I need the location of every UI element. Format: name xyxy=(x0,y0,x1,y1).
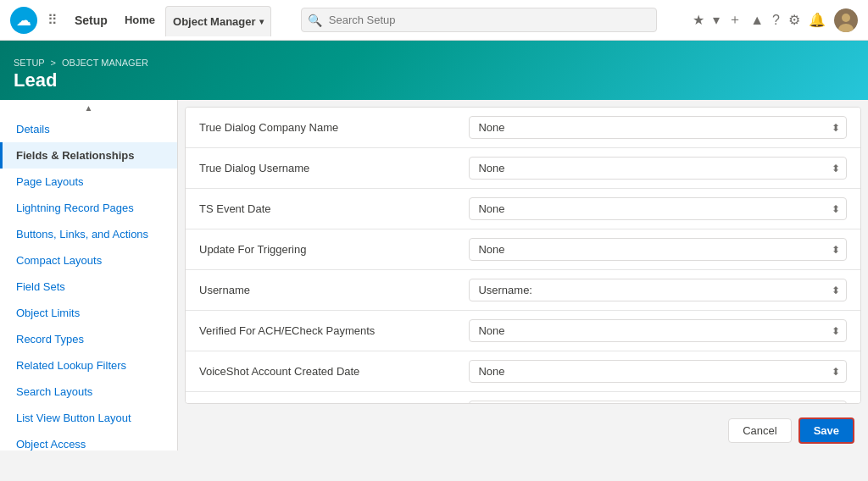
field-label: Verified For ACH/ECheck Payments xyxy=(186,311,455,351)
field-label: VoiceShot User ID xyxy=(186,392,455,405)
page-title: Lead xyxy=(14,69,148,91)
field-select[interactable]: Username: xyxy=(469,279,847,301)
object-manager-nav-item[interactable]: Object Manager ▾ xyxy=(165,6,271,36)
search-icon: 🔍 xyxy=(308,14,322,27)
breadcrumb: SETUP > OBJECT MANAGER xyxy=(14,58,148,68)
sidebar-item-page-layouts[interactable]: Page Layouts xyxy=(0,169,177,195)
recent-icon[interactable]: ▾ xyxy=(713,12,720,28)
sidebar-item-list-view-button-layout[interactable]: List View Button Layout xyxy=(0,405,177,431)
gear-icon[interactable]: ⚙ xyxy=(788,12,800,28)
table-row: VoiceShot User IDVoiceShot User ID xyxy=(186,392,860,405)
salesforce-logo: ☁ xyxy=(10,7,37,34)
sidebar-item-compact-layouts[interactable]: Compact Layouts xyxy=(0,247,177,274)
table-row: True Dialog UsernameNone xyxy=(186,148,860,189)
sidebar-item-object-access[interactable]: Object Access xyxy=(0,431,177,451)
field-value-cell: None xyxy=(455,148,860,189)
app-name: Setup xyxy=(68,5,114,36)
sidebar-item-record-types[interactable]: Record Types xyxy=(0,326,177,352)
home-nav-item[interactable]: Home xyxy=(118,5,162,36)
search-bar: 🔍 xyxy=(301,8,657,32)
chevron-down-icon: ▾ xyxy=(259,17,264,26)
right-panel: True Dialog Company NameNoneTrue Dialog … xyxy=(178,100,868,451)
field-value-cell: None xyxy=(455,311,860,351)
fields-table-area: True Dialog Company NameNoneTrue Dialog … xyxy=(185,107,861,404)
field-select[interactable]: None xyxy=(469,319,847,342)
sidebar-item-object-limits[interactable]: Object Limits xyxy=(0,300,177,326)
field-value-cell: None xyxy=(455,189,860,229)
table-row: True Dialog Company NameNone xyxy=(186,108,860,148)
table-row: VoiceShot Account Created DateNone xyxy=(186,351,860,392)
table-row: Update For TriggeringNone xyxy=(186,229,860,270)
cancel-button[interactable]: Cancel xyxy=(728,418,791,443)
table-row: Verified For ACH/ECheck PaymentsNone xyxy=(186,311,860,351)
page-header: SETUP > OBJECT MANAGER Lead xyxy=(0,41,868,100)
cloud-icon: ☁ xyxy=(16,11,31,30)
sidebar-item-lightning-record-pages[interactable]: Lightning Record Pages xyxy=(0,195,177,221)
trailhead-icon[interactable]: ▲ xyxy=(750,13,764,28)
field-label: TS Event Date xyxy=(186,189,455,229)
field-label: Update For Triggering xyxy=(186,229,455,270)
field-value-cell: Username: xyxy=(455,270,860,311)
field-label: True Dialog Username xyxy=(186,148,455,189)
breadcrumb-object-manager[interactable]: OBJECT MANAGER xyxy=(62,58,148,68)
sidebar-item-search-layouts[interactable]: Search Layouts xyxy=(0,379,177,405)
field-select[interactable]: None xyxy=(469,116,847,139)
field-select[interactable]: None xyxy=(469,197,847,220)
field-select[interactable]: VoiceShot User ID xyxy=(469,401,847,404)
footer-bar: Cancel Save xyxy=(178,411,868,451)
svg-point-1 xyxy=(842,14,850,22)
table-row: UsernameUsername: xyxy=(186,270,860,311)
nav-icons: ★ ▾ ＋ ▲ ? ⚙ 🔔 xyxy=(693,8,858,32)
add-icon[interactable]: ＋ xyxy=(728,11,742,29)
field-label: True Dialog Company Name xyxy=(186,108,455,148)
top-nav: ☁ ⠿ Setup Home Object Manager ▾ 🔍 ★ ▾ ＋ … xyxy=(0,0,868,41)
save-button[interactable]: Save xyxy=(798,417,854,444)
scroll-up-indicator: ▲ xyxy=(0,100,177,116)
sidebar-item-buttons--links--and-actions[interactable]: Buttons, Links, and Actions xyxy=(0,221,177,247)
sidebar-item-details[interactable]: Details xyxy=(0,116,177,142)
avatar[interactable] xyxy=(834,8,858,32)
bell-icon[interactable]: 🔔 xyxy=(809,12,826,28)
field-select[interactable]: None xyxy=(469,157,847,180)
field-value-cell: None xyxy=(455,229,860,270)
field-select[interactable]: None xyxy=(469,238,847,261)
help-icon[interactable]: ? xyxy=(772,13,780,28)
field-value-cell: None xyxy=(455,351,860,392)
field-value-cell: VoiceShot User ID xyxy=(455,392,860,405)
sidebar: ▲ DetailsFields & RelationshipsPage Layo… xyxy=(0,100,178,451)
sidebar-item-related-lookup-filters[interactable]: Related Lookup Filters xyxy=(0,352,177,379)
field-select[interactable]: None xyxy=(469,360,847,383)
grid-icon[interactable]: ⠿ xyxy=(47,12,58,28)
field-value-cell: None xyxy=(455,108,860,148)
main-content: ▲ DetailsFields & RelationshipsPage Layo… xyxy=(0,100,868,451)
field-label: VoiceShot Account Created Date xyxy=(186,351,455,392)
fields-table: True Dialog Company NameNoneTrue Dialog … xyxy=(186,108,860,404)
search-input[interactable] xyxy=(301,8,657,32)
breadcrumb-setup[interactable]: SETUP xyxy=(14,58,44,68)
breadcrumb-separator: > xyxy=(51,58,56,68)
sidebar-item-fields---relationships[interactable]: Fields & Relationships xyxy=(0,142,177,169)
favorites-icon[interactable]: ★ xyxy=(693,12,704,28)
sidebar-item-field-sets[interactable]: Field Sets xyxy=(0,274,177,300)
field-label: Username xyxy=(186,270,455,311)
table-row: TS Event DateNone xyxy=(186,189,860,229)
